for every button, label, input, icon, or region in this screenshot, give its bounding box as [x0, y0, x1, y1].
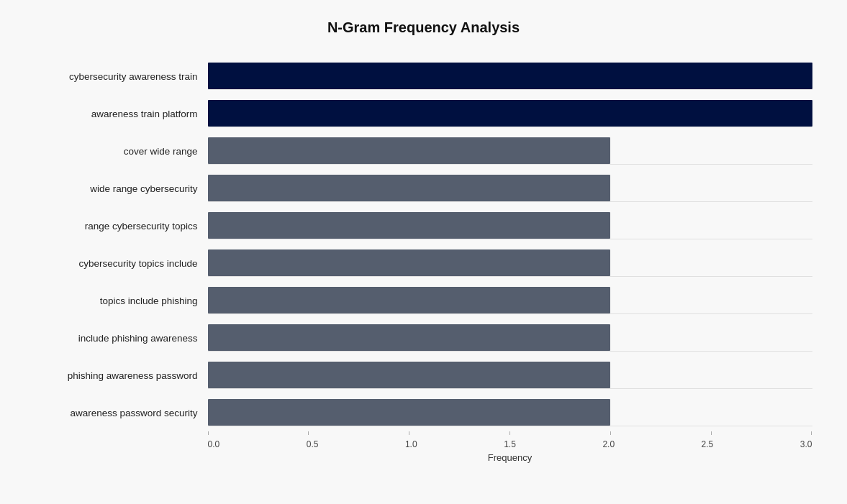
x-axis-tick-label: 2.0: [602, 439, 615, 449]
bar-row: cybersecurity awareness train: [35, 58, 812, 95]
bar-track: [208, 100, 812, 127]
tick-line: [409, 431, 409, 435]
bar-label: include phishing awareness: [35, 333, 208, 344]
chart-title: N-Gram Frequency Analysis: [35, 19, 812, 36]
x-axis-tick-label: 2.5: [702, 439, 714, 449]
chart-container: N-Gram Frequency Analysis cybersecurity …: [14, 5, 834, 499]
bar-track: [208, 249, 812, 277]
tick-line: [610, 431, 611, 435]
bar-row: awareness train platform: [35, 95, 812, 132]
x-axis-ticks: [35, 431, 812, 435]
bar-row: awareness password security: [35, 394, 812, 431]
chart-area: cybersecurity awareness trainawareness t…: [35, 58, 812, 431]
tick-line: [811, 431, 812, 435]
bar-label: wide range cybersecurity: [35, 183, 208, 194]
bar-fill: [208, 324, 611, 351]
bar-fill: [208, 100, 812, 127]
bar-fill: [208, 63, 812, 89]
x-axis-tick-label: 0.0: [208, 439, 220, 449]
tick-line: [509, 431, 510, 435]
bar-fill: [208, 212, 611, 239]
tick-line: [308, 431, 309, 435]
bar-track: [208, 399, 812, 426]
tick-line: [711, 431, 712, 435]
x-axis-title: Frequency: [35, 452, 812, 463]
x-axis-labels: 0.00.51.01.52.02.53.0: [208, 439, 812, 449]
bar-label: phishing awareness password: [35, 370, 208, 381]
bar-row: include phishing awareness: [35, 319, 812, 357]
tick-line: [208, 431, 209, 435]
bar-row: phishing awareness password: [35, 357, 812, 394]
bar-track: [208, 362, 812, 389]
bar-label: topics include phishing: [35, 295, 208, 306]
bar-fill: [208, 249, 611, 276]
bar-row: cover wide range: [35, 132, 812, 170]
bar-label: cybersecurity topics include: [35, 258, 208, 269]
bar-fill: [208, 362, 611, 388]
bar-label: awareness train platform: [35, 109, 208, 119]
bar-row: topics include phishing: [35, 282, 812, 319]
bar-fill: [208, 287, 611, 313]
x-axis-tick-label: 1.5: [504, 439, 516, 449]
bar-track: [208, 137, 812, 165]
bar-label: cybersecurity awareness train: [35, 71, 208, 82]
bar-fill: [208, 137, 611, 164]
bar-track: [208, 212, 812, 239]
bar-track: [208, 175, 812, 202]
bar-track: [208, 63, 812, 90]
bar-fill: [208, 399, 611, 426]
bar-row: cybersecurity topics include: [35, 244, 812, 282]
x-axis-area: 0.00.51.01.52.02.53.0: [35, 439, 812, 449]
bar-label: awareness password security: [35, 408, 208, 418]
bar-row: wide range cybersecurity: [35, 170, 812, 207]
bar-fill: [208, 175, 611, 201]
bar-label: cover wide range: [35, 146, 208, 157]
bar-label: range cybersecurity topics: [35, 221, 208, 232]
x-axis-tick-label: 3.0: [800, 439, 812, 449]
bar-track: [208, 287, 812, 314]
x-axis-tick-label: 0.5: [307, 439, 319, 449]
x-axis-tick-label: 1.0: [405, 439, 417, 449]
bar-track: [208, 324, 812, 352]
bar-row: range cybersecurity topics: [35, 207, 812, 244]
